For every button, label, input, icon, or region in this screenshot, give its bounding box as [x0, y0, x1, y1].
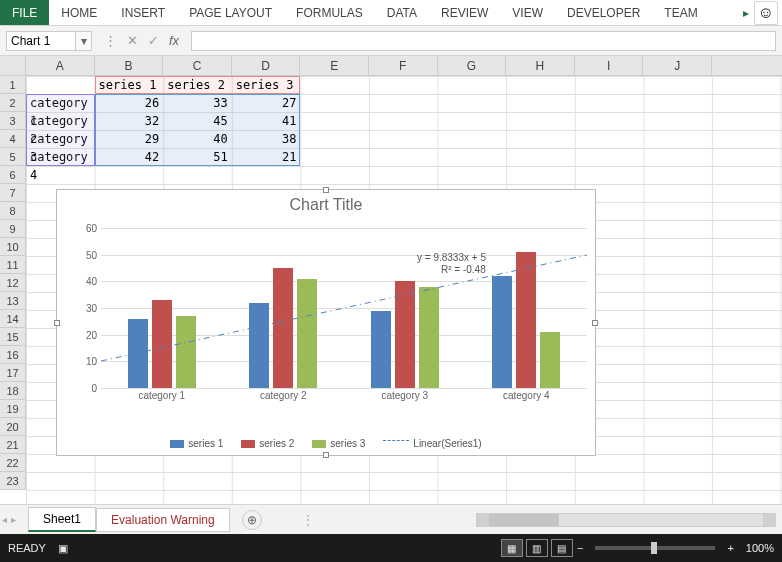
cell-C3[interactable]: 45 [163, 112, 232, 130]
sheet-nav[interactable]: ◂▸ [2, 514, 16, 525]
row-15[interactable]: 15 [0, 328, 26, 346]
cell-C1[interactable]: series 2 [163, 76, 232, 94]
cell-B5[interactable]: 42 [95, 148, 164, 166]
row-18[interactable]: 18 [0, 382, 26, 400]
cell-C2[interactable]: 33 [163, 94, 232, 112]
chart-handle-n[interactable] [323, 187, 329, 193]
tab-file[interactable]: FILE [0, 0, 49, 25]
name-box-dropdown[interactable]: ▾ [76, 31, 92, 51]
name-box-input[interactable] [6, 31, 76, 51]
zoom-in-button[interactable]: + [723, 542, 737, 554]
scroll-right-button[interactable] [763, 514, 775, 526]
col-H[interactable]: H [506, 56, 575, 75]
scroll-left-button[interactable] [477, 514, 489, 526]
view-page-layout-button[interactable]: ▥ [526, 539, 548, 557]
select-all-corner[interactable] [0, 56, 26, 75]
row-16[interactable]: 16 [0, 346, 26, 364]
col-E[interactable]: E [300, 56, 369, 75]
formula-input[interactable] [191, 31, 776, 51]
tab-team[interactable]: TEAM [652, 0, 709, 25]
add-sheet-button[interactable]: ⊕ [242, 510, 262, 530]
row-22[interactable]: 22 [0, 454, 26, 472]
smiley-icon[interactable]: ☺ [754, 1, 778, 25]
row-21[interactable]: 21 [0, 436, 26, 454]
row-5[interactable]: 5 [0, 148, 26, 166]
bar-category2-series2[interactable] [273, 268, 293, 388]
bar-category4-series3[interactable] [540, 332, 560, 388]
col-F[interactable]: F [369, 56, 438, 75]
row-17[interactable]: 17 [0, 364, 26, 382]
cell-D4[interactable]: 38 [232, 130, 301, 148]
bar-category3-series2[interactable] [395, 281, 415, 388]
horizontal-scrollbar[interactable] [476, 513, 776, 527]
cell-D1[interactable]: series 3 [232, 76, 301, 94]
bar-category4-series1[interactable] [492, 276, 512, 388]
tab-insert[interactable]: INSERT [109, 0, 177, 25]
tab-page-layout[interactable]: PAGE LAYOUT [177, 0, 284, 25]
row-3[interactable]: 3 [0, 112, 26, 130]
chevron-right-icon[interactable]: ▸ [738, 6, 754, 20]
dots-icon[interactable]: ⋮ [104, 33, 117, 48]
bar-category2-series1[interactable] [249, 303, 269, 388]
tab-home[interactable]: HOME [49, 0, 109, 25]
chart-handle-w[interactable] [54, 320, 60, 326]
row-6[interactable]: 6 [0, 166, 26, 184]
zoom-level[interactable]: 100% [746, 542, 774, 554]
row-10[interactable]: 10 [0, 238, 26, 256]
bar-category3-series3[interactable] [419, 287, 439, 388]
col-G[interactable]: G [438, 56, 507, 75]
cell-D2[interactable]: 27 [232, 94, 301, 112]
enter-icon[interactable]: ✓ [148, 33, 159, 48]
embedded-chart[interactable]: Chart Title y = 9.8333x + 5 R² = -0.48 s… [56, 189, 596, 456]
view-page-break-button[interactable]: ▤ [551, 539, 573, 557]
sheet-tab-sheet1[interactable]: Sheet1 [28, 507, 96, 532]
row-12[interactable]: 12 [0, 274, 26, 292]
sheet-tab-evaluation-warning[interactable]: Evaluation Warning [96, 508, 230, 532]
row-13[interactable]: 13 [0, 292, 26, 310]
zoom-thumb[interactable] [651, 542, 657, 554]
chart-handle-s[interactable] [323, 452, 329, 458]
tab-view[interactable]: VIEW [500, 0, 555, 25]
cell-B1[interactable]: series 1 [95, 76, 164, 94]
bar-category1-series2[interactable] [152, 300, 172, 388]
col-I[interactable]: I [575, 56, 644, 75]
cell-B4[interactable]: 29 [95, 130, 164, 148]
cancel-icon[interactable]: ✕ [127, 33, 138, 48]
row-1[interactable]: 1 [0, 76, 26, 94]
chart-handle-e[interactable] [592, 320, 598, 326]
bar-category4-series2[interactable] [516, 252, 536, 388]
zoom-out-button[interactable]: − [573, 542, 587, 554]
tab-data[interactable]: DATA [375, 0, 429, 25]
bar-category1-series1[interactable] [128, 319, 148, 388]
row-11[interactable]: 11 [0, 256, 26, 274]
row-23[interactable]: 23 [0, 472, 26, 490]
cell-D5[interactable]: 21 [232, 148, 301, 166]
row-4[interactable]: 4 [0, 130, 26, 148]
row-8[interactable]: 8 [0, 202, 26, 220]
bar-category1-series3[interactable] [176, 316, 196, 388]
zoom-slider[interactable] [595, 546, 715, 550]
col-A[interactable]: A [26, 56, 95, 75]
view-normal-button[interactable]: ▦ [501, 539, 523, 557]
tab-formulas[interactable]: FORMULAS [284, 0, 375, 25]
tab-developer[interactable]: DEVELOPER [555, 0, 652, 25]
row-20[interactable]: 20 [0, 418, 26, 436]
row-19[interactable]: 19 [0, 400, 26, 418]
scroll-thumb[interactable] [489, 514, 559, 526]
tab-review[interactable]: REVIEW [429, 0, 500, 25]
row-14[interactable]: 14 [0, 310, 26, 328]
col-B[interactable]: B [95, 56, 164, 75]
bar-category3-series1[interactable] [371, 311, 391, 388]
name-box[interactable]: ▾ [6, 31, 92, 51]
cell-B3[interactable]: 32 [95, 112, 164, 130]
grid[interactable]: 215142category 4384029category 3414532ca… [26, 76, 782, 504]
row-9[interactable]: 9 [0, 220, 26, 238]
row-7[interactable]: 7 [0, 184, 26, 202]
col-D[interactable]: D [232, 56, 301, 75]
macro-record-icon[interactable]: ▣ [58, 542, 68, 555]
cell-D3[interactable]: 41 [232, 112, 301, 130]
col-J[interactable]: J [643, 56, 712, 75]
row-2[interactable]: 2 [0, 94, 26, 112]
col-C[interactable]: C [163, 56, 232, 75]
bar-category2-series3[interactable] [297, 279, 317, 388]
